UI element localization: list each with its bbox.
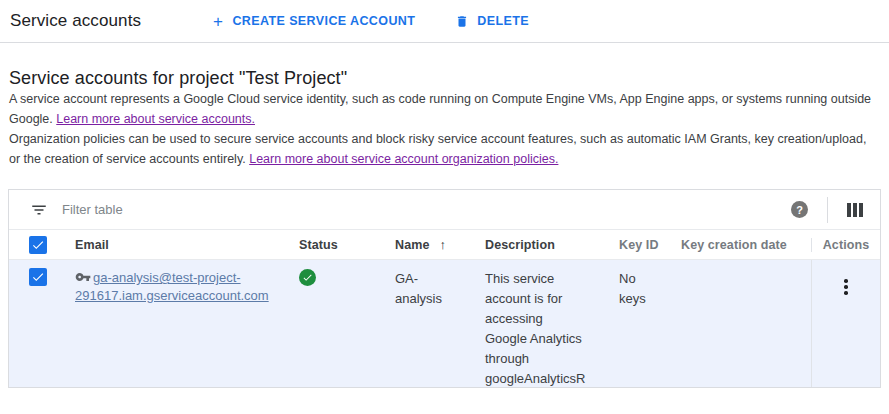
sort-ascending-icon[interactable]: ↑ (439, 237, 446, 252)
select-all-checkbox[interactable] (29, 236, 47, 254)
create-service-account-label: CREATE SERVICE ACCOUNT (232, 14, 415, 28)
service-account-email-link[interactable]: ga-analysis@test-project-291617.iam.gser… (75, 269, 283, 305)
page-title: Service accounts (10, 11, 141, 31)
filter-table-input[interactable] (60, 201, 791, 218)
toolbar-divider (827, 197, 828, 223)
intro-paragraph: A service account represents a Google Cl… (9, 89, 875, 129)
column-header-key-id[interactable]: Key ID (611, 238, 673, 252)
key-creation-date-cell (673, 260, 811, 387)
help-icon[interactable]: ? (791, 201, 808, 218)
service-account-key-icon (75, 269, 91, 285)
table-header-row: Email Status Name↑ Description Key ID Ke… (9, 230, 880, 260)
learn-more-org-policies-link[interactable]: Learn more about service account organiz… (249, 152, 558, 166)
key-id-cell: No keys (611, 260, 673, 387)
page-heading: Service accounts for project "Test Proje… (9, 68, 875, 89)
table-filter-bar: ? (9, 190, 880, 230)
table-row: ga-analysis@test-project-291617.iam.gser… (9, 260, 880, 387)
row-actions-menu-icon[interactable] (838, 275, 854, 299)
column-header-key-creation-date[interactable]: Key creation date (673, 238, 811, 252)
org-policies-paragraph: Organization policies can be used to sec… (9, 129, 875, 169)
column-display-options-icon[interactable] (847, 203, 863, 217)
trash-icon (455, 14, 469, 29)
service-accounts-table: ? Email Status Name↑ Description Key ID … (8, 189, 881, 388)
email-cell: ga-analysis@test-project-291617.iam.gser… (67, 260, 291, 387)
description-cell: This service account is for accessing Go… (477, 260, 611, 387)
column-header-actions: Actions (811, 238, 880, 252)
service-account-email: ga-analysis@test-project-291617.iam.gser… (75, 270, 269, 303)
service-account-name: GA-analysis (395, 269, 451, 309)
column-header-status[interactable]: Status (291, 238, 387, 252)
toolbar: Service accounts + CREATE SERVICE ACCOUN… (0, 0, 889, 43)
delete-label: DELETE (477, 14, 529, 28)
status-active-icon (299, 269, 316, 286)
filter-icon (30, 201, 48, 219)
main-content: Service accounts for project "Test Proje… (0, 43, 889, 169)
create-service-account-button[interactable]: + CREATE SERVICE ACCOUNT (205, 7, 423, 36)
name-cell: GA-analysis (387, 260, 477, 387)
column-header-name[interactable]: Name↑ (387, 237, 477, 252)
column-header-email[interactable]: Email (67, 238, 291, 252)
row-checkbox[interactable] (29, 268, 47, 286)
status-cell (291, 260, 387, 387)
service-account-description: This service account is for accessing Go… (485, 269, 585, 389)
column-header-description[interactable]: Description (477, 238, 611, 252)
learn-more-service-accounts-link[interactable]: Learn more about service accounts. (56, 112, 255, 126)
key-id-value: No keys (619, 269, 655, 309)
delete-button[interactable]: DELETE (447, 8, 537, 35)
actions-cell (811, 260, 880, 387)
plus-icon: + (213, 13, 223, 30)
